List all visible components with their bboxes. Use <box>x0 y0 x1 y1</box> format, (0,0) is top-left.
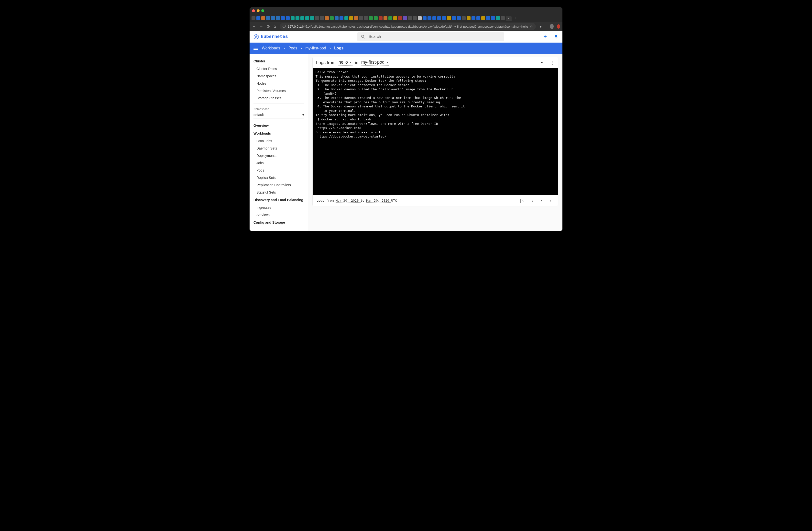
tab-favicon[interactable] <box>408 16 412 20</box>
tab-favicon[interactable] <box>364 16 368 20</box>
tab-favicon[interactable] <box>437 16 441 20</box>
tab-favicon[interactable] <box>310 16 314 20</box>
tab-close-button[interactable]: × <box>508 17 510 20</box>
tab-favicon[interactable] <box>266 16 270 20</box>
new-tab-button[interactable]: + <box>512 16 519 21</box>
extensions-button[interactable]: ▾ <box>539 24 542 29</box>
more-actions-button[interactable]: ⋮ <box>550 60 555 66</box>
sidebar-item-ingresses[interactable]: Ingresses <box>249 204 308 211</box>
sidebar-item-stateful-sets[interactable]: Stateful Sets <box>249 188 308 196</box>
sidebar-item-pods[interactable]: Pods <box>249 167 308 174</box>
sidebar-item-namespaces[interactable]: Namespaces <box>249 72 308 80</box>
tab-favicon[interactable] <box>418 16 422 20</box>
tab-favicon[interactable] <box>379 16 382 20</box>
tab-favicon[interactable] <box>344 16 348 20</box>
tab-favicon[interactable] <box>452 16 456 20</box>
tab-favicon[interactable] <box>305 16 309 20</box>
tab-favicon[interactable] <box>339 16 344 20</box>
nav-reload-button[interactable]: ⟳ <box>267 24 270 29</box>
nav-forward-button[interactable]: → <box>259 24 263 29</box>
bookmark-star-icon[interactable]: ☆ <box>530 25 533 28</box>
tab-favicon[interactable] <box>271 16 275 20</box>
tab-favicon[interactable] <box>276 16 280 20</box>
tab-favicon[interactable] <box>295 16 300 20</box>
tab-favicon[interactable] <box>457 16 461 20</box>
menu-toggle-button[interactable] <box>253 46 258 51</box>
profile-badge[interactable] <box>557 24 560 29</box>
tab-favicon[interactable] <box>320 16 324 20</box>
container-select[interactable]: hello ▼ <box>338 60 352 66</box>
tab-favicon[interactable] <box>501 16 505 20</box>
tab-favicon[interactable] <box>335 16 338 20</box>
sidebar-item-cluster-roles[interactable]: Cluster Roles <box>249 65 308 72</box>
tab-favicon[interactable] <box>330 16 334 20</box>
sidebar-item-nodes[interactable]: Nodes <box>249 80 308 87</box>
sidebar-item-replica-sets[interactable]: Replica Sets <box>249 174 308 181</box>
tab-favicon[interactable] <box>354 16 358 20</box>
tab-favicon[interactable] <box>349 16 353 20</box>
nav-back-button[interactable]: ← <box>252 24 256 29</box>
tab-favicon[interactable] <box>472 16 475 20</box>
create-button[interactable]: + <box>543 33 547 40</box>
tab-favicon[interactable] <box>423 16 426 20</box>
tab-favicon[interactable] <box>374 16 378 20</box>
tab-favicon[interactable] <box>432 16 436 20</box>
tab-favicon[interactable] <box>261 16 265 20</box>
sidebar-item-daemon-sets[interactable]: Daemon Sets <box>249 145 308 152</box>
tab-favicon[interactable] <box>257 16 260 20</box>
pod-select[interactable]: my-first-pod ▼ <box>361 60 389 66</box>
tab-favicon[interactable] <box>462 16 466 20</box>
tab-favicon[interactable] <box>496 16 500 20</box>
pager-first-button[interactable]: |‹ <box>519 198 524 203</box>
window-minimize-button[interactable] <box>257 9 260 12</box>
sidebar-item-services[interactable]: Services <box>249 211 308 219</box>
namespace-select[interactable]: default ▾ <box>253 112 304 118</box>
tab-favicon[interactable] <box>398 16 402 20</box>
tab-favicon[interactable] <box>486 16 490 20</box>
sidebar-item-deployments[interactable]: Deployments <box>249 152 308 159</box>
sidebar-item-replication-controllers[interactable]: Replication Controllers <box>249 181 308 188</box>
tab-favicon[interactable] <box>359 16 363 20</box>
tab-favicon[interactable] <box>413 16 417 20</box>
search-input[interactable]: Search <box>357 32 504 41</box>
sidebar-item-persistent-volumes[interactable]: Persistent Volumes <box>249 87 308 95</box>
site-info-icon[interactable]: ⓘ <box>282 24 286 29</box>
tab-favicon[interactable] <box>393 16 397 20</box>
breadcrumb-pod-name[interactable]: my-first-pod <box>305 46 326 51</box>
log-output[interactable]: Hello from Docker! This message shows th… <box>313 68 558 195</box>
tab-favicon[interactable] <box>291 16 294 20</box>
tab-favicon[interactable] <box>442 16 446 20</box>
sidebar-item-cron-jobs[interactable]: Cron Jobs <box>249 137 308 145</box>
tab-favicon[interactable] <box>286 16 290 20</box>
brand[interactable]: kubernetes <box>253 34 288 39</box>
window-close-button[interactable] <box>252 9 255 12</box>
tab-favicon[interactable] <box>300 16 304 20</box>
tab-favicon[interactable] <box>403 16 407 20</box>
tab-favicon[interactable] <box>315 16 319 20</box>
sidebar-item-storage-classes[interactable]: Storage Classes <box>249 95 308 102</box>
pager-next-button[interactable]: › <box>540 198 542 203</box>
tab-favicon[interactable] <box>325 16 329 20</box>
notifications-button[interactable] <box>554 34 559 39</box>
window-maximize-button[interactable] <box>261 9 264 12</box>
tab-favicon[interactable] <box>251 16 256 20</box>
sidebar-item-jobs[interactable]: Jobs <box>249 159 308 167</box>
tab-favicon[interactable] <box>481 16 485 20</box>
tab-favicon[interactable] <box>281 16 285 20</box>
tab-favicon[interactable] <box>447 16 451 20</box>
active-tab[interactable]: × <box>506 16 512 21</box>
download-logs-button[interactable] <box>539 60 545 65</box>
tab-favicon[interactable] <box>476 16 480 20</box>
breadcrumb-workloads[interactable]: Workloads <box>262 46 280 51</box>
breadcrumb-pods[interactable]: Pods <box>288 46 297 51</box>
nav-home-button[interactable]: ⌂ <box>273 24 276 29</box>
sidebar-item-overview[interactable]: Overview <box>249 122 308 129</box>
tab-favicon[interactable] <box>388 16 392 20</box>
profile-avatar[interactable] <box>550 24 554 29</box>
tab-favicon[interactable] <box>427 16 432 20</box>
pager-prev-button[interactable]: ‹ <box>531 198 533 203</box>
tab-favicon[interactable] <box>383 16 388 20</box>
tab-favicon[interactable] <box>467 16 470 20</box>
tab-favicon[interactable] <box>491 16 495 20</box>
pager-last-button[interactable]: ›| <box>550 198 554 203</box>
